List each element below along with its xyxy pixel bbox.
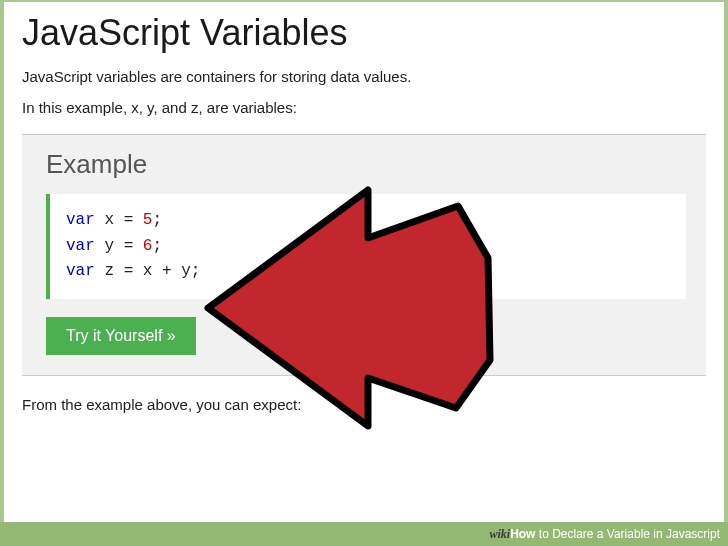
var-name-x: x	[104, 211, 114, 229]
code-block: var x = 5; var y = 6; var z = x + y;	[46, 194, 686, 299]
content-page: JavaScript Variables JavaScript variable…	[4, 2, 724, 522]
literal-5: 5	[143, 211, 153, 229]
brand-how: How	[510, 527, 535, 541]
var-name-z: z	[104, 262, 114, 280]
example-box: Example var x = 5; var y = 6; var z = x …	[22, 134, 706, 376]
var-name-y: y	[104, 237, 114, 255]
keyword-var: var	[66, 211, 95, 229]
literal-6: 6	[143, 237, 153, 255]
code-line-1: var x = 5;	[66, 208, 670, 234]
intro-paragraph-2: In this example, x, y, and z, are variab…	[22, 99, 706, 116]
example-heading: Example	[46, 149, 686, 180]
outro-paragraph: From the example above, you can expect:	[22, 396, 706, 413]
footer-tagline: to Declare a Variable in Javascript	[535, 527, 720, 541]
brand-wiki: wiki	[489, 527, 510, 541]
keyword-var: var	[66, 237, 95, 255]
code-line-3: var z = x + y;	[66, 259, 670, 285]
try-it-yourself-button[interactable]: Try it Yourself »	[46, 317, 196, 355]
footer-bar: wikiHow to Declare a Variable in Javascr…	[0, 522, 728, 546]
page-title: JavaScript Variables	[22, 12, 706, 54]
code-line-2: var y = 6;	[66, 234, 670, 260]
expression: x + y	[143, 262, 191, 280]
intro-paragraph-1: JavaScript variables are containers for …	[22, 68, 706, 85]
keyword-var: var	[66, 262, 95, 280]
